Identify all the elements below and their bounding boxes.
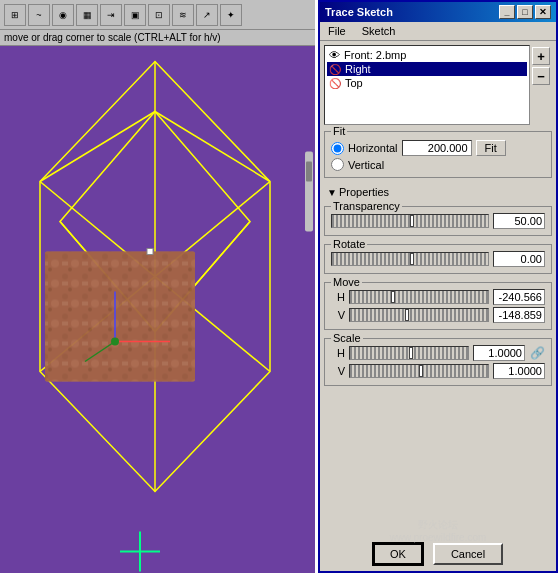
scale-label: Scale (331, 332, 363, 344)
view-label-right: Right (345, 63, 371, 75)
view-label-front: Front: 2.bmp (344, 49, 406, 61)
noeye-icon-top: 🚫 (329, 78, 341, 89)
scale-h-label: H (331, 347, 345, 359)
views-wrapper: 👁 Front: 2.bmp 🚫 Right 🚫 Top + − (324, 45, 552, 125)
dialog-menubar: File Sketch (320, 22, 556, 41)
maximize-button[interactable]: □ (517, 5, 533, 19)
close-button[interactable]: ✕ (535, 5, 551, 19)
fit-button[interactable]: Fit (476, 140, 506, 156)
collapse-arrow-icon: ▼ (327, 187, 337, 198)
transparency-label: Transparency (331, 200, 402, 212)
fit-horizontal-radio[interactable] (331, 142, 344, 155)
svg-rect-24 (306, 162, 312, 182)
transparency-section: Transparency 50.00 (324, 206, 552, 236)
transparency-slider[interactable] (331, 214, 489, 228)
properties-label: Properties (339, 186, 389, 198)
dialog-titlebar[interactable]: Trace Sketch _ □ ✕ (320, 2, 556, 22)
status-text: move or drag corner to scale (CTRL+ALT f… (4, 32, 221, 43)
add-view-button[interactable]: + (532, 47, 550, 65)
remove-view-button[interactable]: − (532, 67, 550, 85)
move-section: Move H -240.566 V -148.859 (324, 282, 552, 330)
move-v-slider[interactable] (349, 308, 489, 322)
noeye-icon-right: 🚫 (329, 64, 341, 75)
toolbar: ⊞ ~ ◉ ▦ ⇥ ▣ ⊡ ≋ ↗ ✦ (0, 0, 315, 30)
views-panel: 👁 Front: 2.bmp 🚫 Right 🚫 Top (324, 45, 530, 125)
rotate-value: 0.00 (493, 251, 545, 267)
dialog-footer: OK Cancel (320, 537, 556, 571)
scale-v-row: V 1.0000 (331, 363, 545, 379)
fit-input-row: Horizontal Fit (331, 140, 545, 156)
titlebar-controls: _ □ ✕ (499, 5, 551, 19)
toolbar-btn-2[interactable]: ~ (28, 4, 50, 26)
fit-section: Fit Horizontal Fit Vertical (324, 131, 552, 178)
scale-v-label: V (331, 365, 345, 377)
fit-section-label: Fit (331, 125, 347, 137)
minimize-button[interactable]: _ (499, 5, 515, 19)
move-h-row: H -240.566 (331, 289, 545, 305)
move-h-label: H (331, 291, 345, 303)
trace-sketch-dialog: Trace Sketch _ □ ✕ File Sketch 👁 Front: … (318, 0, 558, 573)
dialog-content: 👁 Front: 2.bmp 🚫 Right 🚫 Top + − Fit (320, 41, 556, 537)
status-bar: move or drag corner to scale (CTRL+ALT f… (0, 30, 315, 46)
move-v-row: V -148.859 (331, 307, 545, 323)
scale-link-icon[interactable]: 🔗 (529, 345, 545, 361)
cad-background: ⊞ ~ ◉ ▦ ⇥ ▣ ⊡ ≋ ↗ ✦ move or drag corner … (0, 0, 315, 573)
toolbar-btn-9[interactable]: ↗ (196, 4, 218, 26)
view-label-top: Top (345, 77, 363, 89)
move-h-value: -240.566 (493, 289, 545, 305)
menu-sketch[interactable]: Sketch (358, 24, 400, 38)
menu-file[interactable]: File (324, 24, 350, 38)
dialog-title: Trace Sketch (325, 6, 393, 18)
scale-v-value: 1.0000 (493, 363, 545, 379)
toolbar-btn-3[interactable]: ◉ (52, 4, 74, 26)
rotate-slider[interactable] (331, 252, 489, 266)
rotate-label: Rotate (331, 238, 367, 250)
ok-button[interactable]: OK (373, 543, 423, 565)
svg-point-20 (111, 338, 119, 346)
canvas-area (0, 50, 315, 573)
views-side-buttons: + − (530, 45, 552, 125)
properties-header[interactable]: ▼ Properties (324, 184, 552, 200)
toolbar-btn-4[interactable]: ▦ (76, 4, 98, 26)
move-v-value: -148.859 (493, 307, 545, 323)
toolbar-btn-6[interactable]: ▣ (124, 4, 146, 26)
transparency-row: 50.00 (331, 213, 545, 229)
scale-v-slider[interactable] (349, 364, 489, 378)
fit-vertical-label: Vertical (348, 159, 384, 171)
toolbar-btn-1[interactable]: ⊞ (4, 4, 26, 26)
toolbar-btn-7[interactable]: ⊡ (148, 4, 170, 26)
toolbar-btn-5[interactable]: ⇥ (100, 4, 122, 26)
move-h-slider[interactable] (349, 290, 489, 304)
svg-rect-19 (147, 249, 153, 255)
transparency-value: 50.00 (493, 213, 545, 229)
view-item-front[interactable]: 👁 Front: 2.bmp (327, 48, 527, 62)
scale-section: Scale H 1.0000 🔗 V 1.0000 (324, 338, 552, 386)
cancel-button[interactable]: Cancel (433, 543, 503, 565)
move-v-label: V (331, 309, 345, 321)
toolbar-btn-8[interactable]: ≋ (172, 4, 194, 26)
fit-value-input[interactable] (402, 140, 472, 156)
rotate-section: Rotate 0.00 (324, 244, 552, 274)
fit-vertical-row: Vertical (331, 158, 545, 171)
svg-rect-10 (45, 252, 195, 382)
scale-h-row: H 1.0000 🔗 (331, 345, 545, 361)
fit-horizontal-label: Horizontal (348, 142, 398, 154)
eye-icon-front: 👁 (329, 49, 340, 61)
fit-vertical-radio[interactable] (331, 158, 344, 171)
view-item-top[interactable]: 🚫 Top (327, 76, 527, 90)
view-item-right[interactable]: 🚫 Right (327, 62, 527, 76)
scale-h-slider[interactable] (349, 346, 469, 360)
move-label: Move (331, 276, 362, 288)
toolbar-btn-10[interactable]: ✦ (220, 4, 242, 26)
rotate-row: 0.00 (331, 251, 545, 267)
scale-h-value: 1.0000 (473, 345, 525, 361)
